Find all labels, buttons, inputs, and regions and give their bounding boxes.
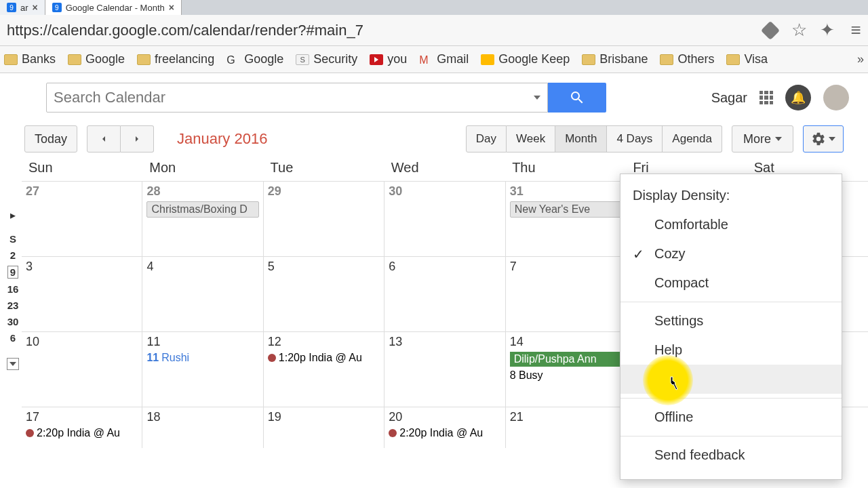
- mini-week-num[interactable]: 6: [10, 332, 16, 344]
- url-field[interactable]: https://calendar.google.com/calendar/ren…: [3, 22, 751, 39]
- bookmark-item[interactable]: Brisbane: [582, 52, 648, 66]
- search-dropdown-icon[interactable]: [534, 96, 540, 100]
- calendar-day[interactable]: 7: [505, 257, 626, 331]
- density-cozy[interactable]: Cozy: [620, 239, 842, 268]
- bookmarks-overflow-icon[interactable]: »: [857, 52, 864, 66]
- menu-feedback[interactable]: Send feedback: [620, 441, 842, 470]
- bookmark-diamond-icon[interactable]: [761, 21, 780, 40]
- bookmark-item[interactable]: GGoogle: [226, 52, 283, 66]
- view-month[interactable]: Month: [555, 125, 607, 152]
- density-compact[interactable]: Compact: [620, 268, 842, 298]
- day-header: Sun: [22, 156, 142, 181]
- calendar-day[interactable]: 13: [384, 332, 505, 407]
- calendar-day[interactable]: 29: [263, 182, 384, 256]
- menu-icon[interactable]: ≡: [846, 21, 865, 40]
- search-input[interactable]: Search Calendar: [46, 83, 548, 113]
- view-week[interactable]: Week: [507, 125, 555, 152]
- calendar-event[interactable]: 1:20p India @ Au: [268, 352, 380, 364]
- day-number: 6: [389, 260, 500, 274]
- calendar-day[interactable]: 18: [142, 407, 262, 448]
- notifications-icon[interactable]: 🔔: [785, 85, 811, 110]
- day-header: Mon: [142, 156, 263, 181]
- bookmark-item[interactable]: Banks: [4, 52, 56, 66]
- prev-button[interactable]: [87, 125, 121, 152]
- calendar-day[interactable]: 27: [22, 182, 142, 256]
- close-icon[interactable]: ×: [169, 2, 174, 13]
- calendar-day[interactable]: 19: [263, 407, 384, 448]
- extensions-icon[interactable]: ✦: [818, 21, 837, 40]
- bookmark-item[interactable]: Others: [660, 52, 714, 66]
- calendar-day[interactable]: 21: [505, 407, 626, 448]
- browser-tab[interactable]: 9 ar ×: [0, 0, 45, 15]
- browser-tab-bar: 9 ar × 9 Google Calendar - Month ×: [0, 0, 868, 15]
- settings-button[interactable]: [803, 125, 844, 152]
- bookmark-item[interactable]: Google Keep: [481, 52, 570, 66]
- calendar-day[interactable]: 1111 Rushi: [142, 332, 262, 407]
- today-button[interactable]: Today: [24, 125, 77, 152]
- day-number: 3: [26, 260, 138, 274]
- close-icon[interactable]: ×: [33, 2, 38, 13]
- mini-week-num-current[interactable]: 9: [7, 266, 18, 279]
- search-button[interactable]: [548, 83, 606, 113]
- calendar-day[interactable]: 121:20p India @ Au: [263, 332, 384, 407]
- event-dot-icon: [389, 429, 397, 437]
- calendar-day[interactable]: 14Dilip/Pushpa Ann8 Busy: [505, 332, 626, 407]
- search-icon: [569, 89, 585, 106]
- event-dot-icon: [268, 354, 276, 362]
- mini-week-num[interactable]: 30: [7, 316, 19, 327]
- bookmark-item[interactable]: Google: [68, 52, 125, 66]
- calendar-day[interactable]: 5: [263, 257, 384, 331]
- mini-week-num[interactable]: 2: [10, 249, 16, 261]
- calendar-event[interactable]: Christmas/Boxing D: [146, 201, 258, 218]
- mini-week-num[interactable]: 16: [7, 283, 19, 295]
- calendar-day[interactable]: 3: [22, 257, 142, 331]
- avatar[interactable]: [823, 85, 849, 110]
- calendar-event[interactable]: 8 Busy: [510, 369, 622, 382]
- bookmark-item[interactable]: SSecurity: [296, 52, 357, 66]
- app-header: Search Calendar Sagar 🔔: [0, 73, 868, 122]
- username-label[interactable]: Sagar: [711, 90, 747, 106]
- tab-title: Google Calendar - Month: [66, 3, 165, 13]
- menu-heading: Display Density:: [620, 184, 842, 210]
- menu-labs[interactable]: Labs: [620, 365, 842, 394]
- calendar-day[interactable]: 30: [384, 182, 505, 256]
- expand-icon[interactable]: ▸: [10, 209, 16, 222]
- apps-icon[interactable]: [760, 91, 773, 104]
- calendar-event[interactable]: Dilip/Pushpa Ann: [510, 352, 622, 367]
- more-button[interactable]: More: [732, 125, 793, 152]
- menu-settings[interactable]: Settings: [620, 306, 842, 336]
- day-number: 7: [510, 260, 622, 274]
- browser-tab-active[interactable]: 9 Google Calendar - Month ×: [45, 0, 182, 15]
- day-number: 4: [146, 260, 258, 274]
- calendar-event[interactable]: New Year's Eve: [510, 201, 622, 218]
- mini-week-num[interactable]: 23: [7, 300, 19, 311]
- mini-dropdown-icon[interactable]: [7, 358, 19, 370]
- bookmark-item[interactable]: MGmail: [419, 52, 469, 66]
- tab-title: ar: [20, 3, 28, 13]
- day-number: 17: [26, 410, 138, 424]
- view-4days[interactable]: 4 Days: [607, 125, 663, 152]
- calendar-event[interactable]: 2:20p India @ Au: [26, 427, 138, 439]
- menu-offline[interactable]: Offline: [620, 403, 842, 432]
- view-agenda[interactable]: Agenda: [663, 125, 722, 152]
- next-button[interactable]: [121, 125, 154, 152]
- density-comfortable[interactable]: Comfortable: [620, 210, 842, 239]
- calendar-day[interactable]: 4: [142, 257, 262, 331]
- star-icon[interactable]: ☆: [789, 21, 808, 40]
- calendar-day[interactable]: 28Christmas/Boxing D: [142, 182, 262, 256]
- calendar-event[interactable]: 11 Rushi: [146, 352, 258, 364]
- calendar-day[interactable]: 31New Year's Eve: [505, 182, 626, 256]
- view-day[interactable]: Day: [466, 125, 507, 152]
- day-header: Thu: [505, 156, 626, 181]
- mini-day-letter: S: [9, 233, 16, 245]
- bookmark-item[interactable]: Visa: [726, 52, 768, 66]
- calendar-day[interactable]: 6: [384, 257, 505, 331]
- bookmark-item[interactable]: freelancing: [137, 52, 214, 66]
- calendar-event[interactable]: 2:20p India @ Au: [389, 427, 500, 439]
- calendar-day[interactable]: 10: [22, 332, 142, 407]
- calendar-day[interactable]: 172:20p India @ Au: [22, 407, 142, 448]
- calendar-day[interactable]: 202:20p India @ Au: [384, 407, 505, 448]
- bookmark-item[interactable]: you: [370, 52, 407, 66]
- menu-help[interactable]: Help: [620, 336, 842, 365]
- search-placeholder: Search Calendar: [54, 89, 165, 106]
